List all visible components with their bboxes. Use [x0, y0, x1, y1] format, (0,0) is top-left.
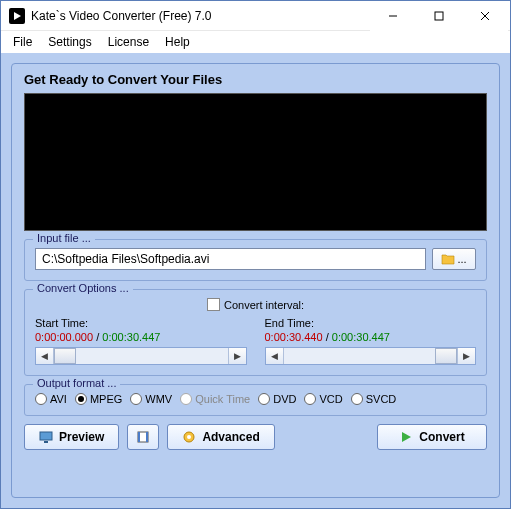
slider-right-icon[interactable]: ▶: [457, 348, 475, 364]
format-svcd[interactable]: SVCD: [351, 393, 397, 405]
end-time-slider[interactable]: ◀ ▶: [265, 347, 477, 365]
start-time-total: 0:00:30.447: [102, 331, 160, 343]
menubar: File Settings License Help: [1, 31, 510, 53]
page-heading: Get Ready to Convert Your Files: [24, 72, 487, 87]
svg-marker-0: [14, 12, 21, 20]
start-time-label: Start Time:: [35, 317, 247, 329]
slider-track[interactable]: [54, 348, 228, 364]
format-wmv[interactable]: WMV: [130, 393, 172, 405]
end-time-label: End Time:: [265, 317, 477, 329]
button-row: Preview Advanced Convert: [24, 424, 487, 450]
time-sep: /: [93, 331, 102, 343]
output-format-group: Output format ... AVI MPEG WMV Quick Tim…: [24, 384, 487, 416]
menu-file[interactable]: File: [5, 33, 40, 51]
end-time-total: 0:00:30.447: [332, 331, 390, 343]
slider-thumb[interactable]: [435, 348, 457, 364]
folder-icon: [441, 252, 455, 266]
format-dvd[interactable]: DVD: [258, 393, 296, 405]
slider-left-icon[interactable]: ◀: [266, 348, 284, 364]
time-sep2: /: [323, 331, 332, 343]
menu-help[interactable]: Help: [157, 33, 198, 51]
menu-license[interactable]: License: [100, 33, 157, 51]
slider-thumb[interactable]: [54, 348, 76, 364]
titlebar: Kate`s Video Converter (Free) 7.0: [1, 1, 510, 31]
svg-rect-5: [40, 432, 52, 440]
start-time-current: 0:00:00.000: [35, 331, 93, 343]
slider-left-icon[interactable]: ◀: [36, 348, 54, 364]
convert-interval-checkbox[interactable]: [207, 298, 220, 311]
input-file-label: Input file ...: [33, 232, 95, 244]
start-time-slider[interactable]: ◀ ▶: [35, 347, 247, 365]
svg-rect-8: [138, 432, 140, 442]
format-vcd[interactable]: VCD: [304, 393, 342, 405]
convert-options-label: Convert Options ...: [33, 282, 133, 294]
app-icon: [9, 8, 25, 24]
start-time-column: Start Time: 0:00:00.000 / 0:00:30.447 ◀ …: [35, 317, 247, 365]
end-time-current: 0:00:30.440: [265, 331, 323, 343]
gear-icon: [182, 430, 196, 444]
end-time-column: End Time: 0:00:30.440 / 0:00:30.447 ◀ ▶: [265, 317, 477, 365]
format-mpeg[interactable]: MPEG: [75, 393, 122, 405]
film-button[interactable]: [127, 424, 159, 450]
input-file-group: Input file ... ...: [24, 239, 487, 281]
play-icon: [399, 430, 413, 444]
convert-options-group: Convert Options ... Convert interval: St…: [24, 289, 487, 376]
minimize-button[interactable]: [370, 1, 416, 31]
slider-right-icon[interactable]: ▶: [228, 348, 246, 364]
svg-rect-2: [435, 12, 443, 20]
format-avi[interactable]: AVI: [35, 393, 67, 405]
advanced-button[interactable]: Advanced: [167, 424, 274, 450]
input-file-path[interactable]: [35, 248, 426, 270]
svg-rect-9: [146, 432, 148, 442]
browse-dots: ...: [457, 253, 466, 265]
preview-button[interactable]: Preview: [24, 424, 119, 450]
svg-marker-12: [402, 432, 411, 442]
monitor-icon: [39, 430, 53, 444]
video-preview: [24, 93, 487, 231]
menu-settings[interactable]: Settings: [40, 33, 99, 51]
convert-button[interactable]: Convert: [377, 424, 487, 450]
client-area: Get Ready to Convert Your Files Input fi…: [1, 53, 510, 508]
convert-interval-label: Convert interval:: [224, 299, 304, 311]
output-format-label: Output format ...: [33, 377, 120, 389]
close-button[interactable]: [462, 1, 508, 31]
maximize-button[interactable]: [416, 1, 462, 31]
film-icon: [136, 430, 150, 444]
svg-rect-6: [44, 441, 48, 443]
browse-button[interactable]: ...: [432, 248, 476, 270]
window-title: Kate`s Video Converter (Free) 7.0: [31, 9, 370, 23]
main-panel: Get Ready to Convert Your Files Input fi…: [11, 63, 500, 498]
svg-point-11: [187, 435, 191, 439]
slider-track[interactable]: [284, 348, 458, 364]
format-quicktime[interactable]: Quick Time: [180, 393, 250, 405]
